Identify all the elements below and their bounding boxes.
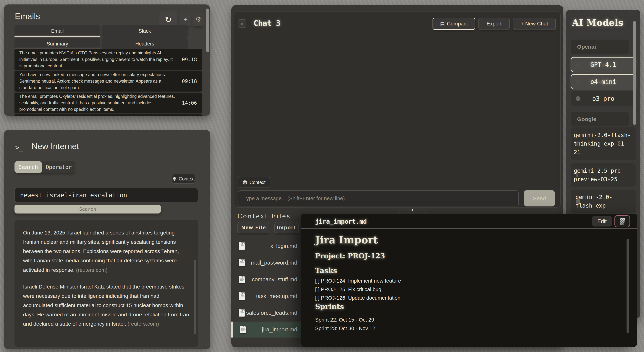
layers-icon bbox=[172, 176, 176, 181]
document-project-line: Project: PROJ-123 bbox=[315, 252, 385, 260]
document-icon bbox=[239, 292, 245, 300]
message-input[interactable] bbox=[238, 190, 519, 206]
new-internet-panel: >_ New Internet Search Operator Context … bbox=[4, 130, 210, 349]
tab-search[interactable]: Search bbox=[14, 161, 42, 173]
chat-title: Chat 3 bbox=[254, 19, 280, 27]
add-button[interactable]: + bbox=[180, 13, 192, 26]
context-button[interactable]: Context bbox=[172, 174, 195, 184]
document-icon bbox=[240, 326, 246, 333]
radio-icon bbox=[576, 142, 578, 146]
chat-panel: ≡ Chat 3 ▤ Compact Export + New Chat Con… bbox=[234, 11, 560, 208]
radio-icon bbox=[576, 80, 580, 83]
export-button[interactable]: Export bbox=[478, 18, 510, 30]
file-row[interactable]: company_stuff.md bbox=[231, 271, 301, 287]
layers-icon bbox=[242, 180, 247, 185]
document-icon bbox=[239, 309, 245, 317]
viewer-filename: jira_import.md bbox=[315, 218, 367, 225]
tab-operator[interactable]: Operator bbox=[42, 161, 76, 173]
result-source-link[interactable]: (reuters.com) bbox=[128, 321, 159, 327]
edit-button[interactable]: Edit bbox=[592, 216, 612, 227]
emails-title: Emails bbox=[15, 11, 40, 21]
email-summary: The email promotes NVIDIA's GTC Paris ke… bbox=[19, 50, 176, 69]
files-list bbox=[231, 237, 302, 237]
sprints-list: Sprint 22: Oct 15 - Oct 29 Sprint 23: Oc… bbox=[315, 316, 375, 333]
ai-models-scrollbar[interactable] bbox=[633, 21, 636, 125]
model-option-gemini-2-0-flash-exp[interactable]: gemini-2.0-flash-exp bbox=[571, 190, 636, 213]
provider-header-google: Google bbox=[571, 112, 629, 126]
task-item: [ ] PROJ-125: Fix critical bug bbox=[315, 285, 401, 294]
results-scrollbar[interactable] bbox=[194, 260, 196, 334]
chevron-down-icon: ▼ bbox=[411, 208, 414, 212]
email-time: 14:06 bbox=[182, 100, 197, 106]
divider bbox=[570, 109, 635, 109]
context-button-label: Context bbox=[179, 176, 195, 182]
tab-summary[interactable]: Summary bbox=[14, 38, 100, 49]
radio-icon bbox=[576, 173, 578, 177]
new-file-button[interactable]: New File bbox=[238, 222, 270, 233]
chat-menu-button[interactable]: ≡ bbox=[238, 19, 246, 28]
tab-headers[interactable]: Headers bbox=[102, 38, 188, 49]
delete-button[interactable] bbox=[614, 215, 630, 227]
result-source-link[interactable]: (reuters.com) bbox=[76, 267, 108, 273]
collapse-handle[interactable]: ▼ bbox=[398, 208, 427, 214]
desktop: Emails ↻ + ⚙ Email Slack Summary Headers… bbox=[0, 0, 644, 352]
sprint-item: Sprint 22: Oct 15 - Oct 29 bbox=[315, 316, 375, 324]
file-name: x_login.md bbox=[270, 243, 297, 249]
gear-icon: ⚙ bbox=[195, 15, 201, 23]
chat-context-button[interactable]: Context bbox=[238, 177, 270, 188]
refresh-icon: ↻ bbox=[165, 15, 172, 24]
email-row[interactable]: The email promotes Oxylabs' residential … bbox=[14, 93, 202, 113]
email-row-partial[interactable] bbox=[14, 114, 202, 116]
task-item: [ ] PROJ-126: Update documentation bbox=[315, 294, 401, 302]
model-option-o3-pro[interactable]: o3-pro bbox=[571, 91, 636, 106]
context-button-label: Context bbox=[250, 180, 266, 185]
emails-scrollbar[interactable] bbox=[206, 8, 209, 52]
model-option-gemini-2-5-pro-preview[interactable]: gemini-2.5-pro-preview-03-25 bbox=[571, 163, 636, 187]
tasks-list: [ ] PROJ-124: Implement new feature [ ] … bbox=[315, 277, 401, 302]
ai-models-title: AI Models bbox=[572, 17, 624, 28]
plus-icon: + bbox=[184, 15, 188, 23]
email-row[interactable]: The email promotes NVIDIA's GTC Paris ke… bbox=[14, 49, 202, 70]
file-row-selected[interactable]: jira_import.md bbox=[231, 322, 301, 338]
internet-tabs: Search Operator bbox=[14, 161, 76, 173]
file-name: company_stuff.md bbox=[252, 276, 297, 283]
email-row[interactable]: You have a new LinkedIn message and a ne… bbox=[14, 71, 202, 91]
viewer-scrollbar[interactable] bbox=[626, 239, 629, 333]
email-time: 09:18 bbox=[182, 57, 197, 62]
tab-slack[interactable]: Slack bbox=[102, 25, 188, 37]
file-name: salesforce_leads.md bbox=[246, 310, 297, 316]
file-row[interactable]: salesforce_leads.md bbox=[231, 305, 301, 321]
divider bbox=[12, 187, 202, 187]
model-option-gemini-2-0-flash-thinking[interactable]: gemini-2.0-flash-thinking-exp-01-21 bbox=[571, 127, 636, 160]
file-name: mail_password.md bbox=[251, 260, 297, 266]
task-item: [ ] PROJ-124: Implement new feature bbox=[315, 277, 401, 285]
import-button[interactable]: Import bbox=[274, 222, 298, 233]
compact-icon: ▤ bbox=[440, 21, 445, 27]
email-time: 09:18 bbox=[182, 78, 197, 84]
new-internet-title: New Internet bbox=[32, 141, 79, 151]
model-option-gpt-4-1[interactable]: GPT-4.1 bbox=[571, 57, 636, 72]
compact-button[interactable]: ▤ Compact bbox=[432, 18, 475, 30]
search-button[interactable]: Search bbox=[14, 205, 161, 214]
file-row[interactable]: mail_password.md bbox=[231, 255, 301, 271]
tasks-heading: Tasks bbox=[315, 266, 337, 275]
file-row[interactable]: x_login.md bbox=[231, 238, 301, 254]
search-results: On June 13, 2025, Israel launched a seri… bbox=[14, 220, 198, 347]
trash-icon bbox=[619, 218, 625, 225]
settings-button[interactable]: ⚙ bbox=[192, 13, 204, 26]
email-summary: The email promotes Oxylabs' residential … bbox=[19, 93, 176, 112]
emails-panel: Emails ↻ + ⚙ Email Slack Summary Headers… bbox=[4, 4, 210, 116]
tab-email[interactable]: Email bbox=[14, 25, 100, 37]
document-icon bbox=[239, 276, 245, 283]
send-button[interactable]: Send bbox=[524, 190, 555, 206]
file-viewer: jira_import.md Edit Jira Import Project:… bbox=[302, 214, 637, 347]
search-query-input[interactable] bbox=[14, 188, 198, 202]
file-row[interactable]: task_meetup.md bbox=[231, 288, 301, 304]
file-name: jira_import.md bbox=[262, 326, 297, 333]
radio-icon bbox=[576, 96, 580, 101]
email-summary: You have a new LinkedIn message and a ne… bbox=[19, 71, 176, 91]
radio-icon bbox=[576, 63, 580, 66]
model-option-o4-mini[interactable]: o4-mini bbox=[571, 74, 636, 89]
sprint-item: Sprint 23: Oct 30 - Nov 12 bbox=[315, 324, 375, 333]
new-chat-button[interactable]: + New Chat bbox=[513, 18, 556, 30]
